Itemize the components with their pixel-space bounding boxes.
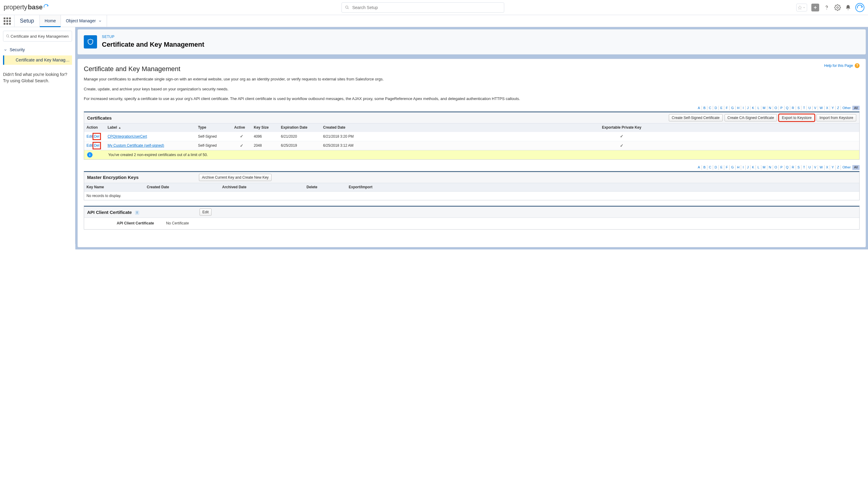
alpha-I[interactable]: I	[741, 106, 745, 110]
alpha-F[interactable]: F	[724, 106, 730, 110]
alpha-P[interactable]: P	[779, 165, 784, 170]
alpha-H[interactable]: H	[736, 106, 741, 110]
alpha-all[interactable]: All	[852, 165, 860, 170]
info-icon[interactable]: i	[135, 211, 139, 215]
alpha-V[interactable]: V	[812, 106, 818, 110]
create-self-signed-button[interactable]: Create Self-Signed Certificate	[669, 114, 723, 121]
favorites-button[interactable]	[796, 4, 807, 11]
help-for-page-label: Help for this Page	[824, 63, 853, 68]
notifications-button[interactable]	[845, 4, 851, 10]
alpha-E[interactable]: E	[719, 165, 724, 170]
alpha-K[interactable]: K	[750, 165, 756, 170]
alpha-G[interactable]: G	[730, 165, 736, 170]
alpha-S[interactable]: S	[796, 106, 801, 110]
tree-node-security[interactable]: Security	[3, 46, 72, 54]
alpha-N[interactable]: N	[767, 106, 773, 110]
alpha-W[interactable]: W	[818, 165, 824, 170]
global-search-input[interactable]	[352, 5, 501, 10]
alpha-R[interactable]: R	[790, 165, 796, 170]
alpha-U[interactable]: U	[807, 165, 812, 170]
alpha-V[interactable]: V	[812, 165, 818, 170]
col-exportable[interactable]: Exportable Private Key	[384, 124, 859, 132]
alpha-L[interactable]: L	[756, 106, 761, 110]
alpha-G[interactable]: G	[730, 106, 736, 110]
alpha-I[interactable]: I	[741, 165, 745, 170]
global-search[interactable]	[341, 2, 504, 13]
api-edit-button[interactable]: Edit	[199, 208, 212, 216]
quick-find-input[interactable]	[10, 34, 69, 39]
alpha-B[interactable]: B	[702, 165, 707, 170]
alpha-all[interactable]: All	[852, 106, 860, 110]
alpha-F[interactable]: F	[724, 165, 730, 170]
alpha-X[interactable]: X	[825, 165, 830, 170]
alpha-Y[interactable]: Y	[830, 106, 835, 110]
col-created[interactable]: Created Date	[321, 124, 384, 132]
alpha-K[interactable]: K	[750, 106, 756, 110]
col-active[interactable]: Active	[232, 124, 251, 132]
nav-tab-home[interactable]: Home	[40, 15, 61, 27]
alpha-M[interactable]: M	[761, 106, 767, 110]
cert-label-link[interactable]: My Custom Certificate (self-signed)	[107, 143, 164, 148]
col-label[interactable]: Label▲	[105, 124, 195, 132]
alpha-P[interactable]: P	[779, 106, 784, 110]
alpha-J[interactable]: J	[746, 106, 751, 110]
col-type[interactable]: Type	[195, 124, 232, 132]
alpha-H[interactable]: H	[736, 165, 741, 170]
alpha-L[interactable]: L	[756, 165, 761, 170]
setup-quick-find[interactable]	[3, 31, 72, 41]
alpha-Q[interactable]: Q	[784, 106, 790, 110]
alpha-Z[interactable]: Z	[836, 106, 841, 110]
alpha-T[interactable]: T	[801, 165, 807, 170]
col-key-size[interactable]: Key Size	[251, 124, 278, 132]
edit-link[interactable]: Edit	[87, 134, 93, 138]
alpha-O[interactable]: O	[773, 106, 779, 110]
help-button[interactable]	[824, 4, 830, 11]
archive-key-button[interactable]: Archive Current Key and Create New Key	[199, 174, 272, 181]
alpha-O[interactable]: O	[773, 165, 779, 170]
alpha-T[interactable]: T	[801, 106, 807, 110]
user-avatar[interactable]	[855, 3, 864, 12]
del-link[interactable]: Del	[94, 134, 99, 139]
del-link[interactable]: Del	[94, 143, 99, 148]
alpha-D[interactable]: D	[713, 106, 719, 110]
cert-type: Self-Signed	[195, 132, 232, 141]
alpha-E[interactable]: E	[719, 106, 724, 110]
alpha-N[interactable]: N	[767, 165, 773, 170]
create-ca-signed-button[interactable]: Create CA-Signed Certificate	[724, 114, 777, 121]
breadcrumb: SETUP	[102, 34, 204, 39]
alpha-J[interactable]: J	[746, 165, 751, 170]
alpha-other[interactable]: Other	[841, 106, 852, 110]
alpha-B[interactable]: B	[702, 106, 707, 110]
setup-gear-button[interactable]	[834, 4, 841, 11]
alpha-C[interactable]: C	[707, 106, 713, 110]
alpha-Y[interactable]: Y	[830, 165, 835, 170]
main-layout: Security Certificate and Key Managem... …	[0, 27, 868, 250]
alpha-Z[interactable]: Z	[836, 165, 841, 170]
context-nav: Setup Home Object Manager	[0, 15, 868, 27]
import-from-keystore-button[interactable]: Import from Keystore	[816, 114, 856, 121]
help-for-page[interactable]: Help for this Page ?	[824, 63, 860, 68]
app-launcher[interactable]	[0, 15, 14, 27]
alpha-X[interactable]: X	[825, 106, 830, 110]
cert-key-size: 2048	[251, 141, 278, 150]
cert-type: Self-Signed	[195, 141, 232, 150]
alpha-M[interactable]: M	[761, 165, 767, 170]
alpha-S[interactable]: S	[796, 165, 801, 170]
alpha-W[interactable]: W	[818, 106, 824, 110]
alpha-other[interactable]: Other	[841, 165, 852, 170]
col-key-created: Created Date	[144, 183, 220, 191]
alpha-A[interactable]: A	[696, 106, 702, 110]
create-button[interactable]	[811, 4, 819, 11]
nav-tab-object-manager[interactable]: Object Manager	[61, 15, 107, 27]
alpha-Q[interactable]: Q	[784, 165, 790, 170]
col-expiration[interactable]: Expiration Date	[278, 124, 321, 132]
cert-label-link[interactable]: CPQIntegrationUserCert	[107, 134, 147, 138]
alpha-A[interactable]: A	[696, 165, 702, 170]
alpha-C[interactable]: C	[707, 165, 713, 170]
export-to-keystore-button[interactable]: Export to Keystore	[779, 114, 815, 121]
edit-link[interactable]: Edit	[87, 143, 93, 148]
alpha-D[interactable]: D	[713, 165, 719, 170]
alpha-R[interactable]: R	[790, 106, 796, 110]
tree-node-cert-key[interactable]: Certificate and Key Managem...	[3, 56, 72, 65]
alpha-U[interactable]: U	[807, 106, 812, 110]
